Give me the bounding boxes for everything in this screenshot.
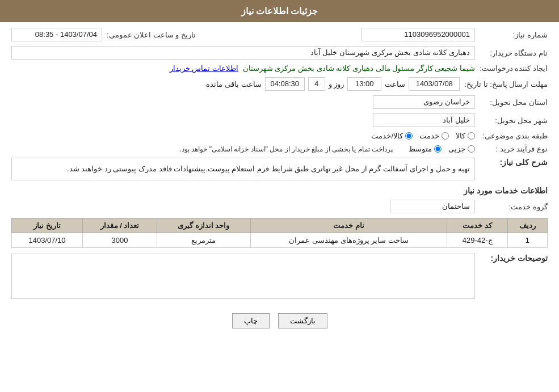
service-table: ردیف کد خدمت نام خدمت واحد اندازه گیری ت… (11, 218, 548, 248)
cell-unit: مترمربع (157, 233, 250, 248)
deadline-remaining: 04:08:30 (265, 77, 305, 91)
buyer-org-row: نام دستگاه خریدار: دهیاری کلانه شادی بخش… (11, 46, 548, 60)
cell-quantity: 3000 (83, 233, 157, 248)
col-unit: واحد اندازه گیری (157, 218, 250, 233)
creator-label: ایجاد کننده درخواست: (480, 64, 548, 73)
category-kala-label: کالا (456, 132, 465, 140)
need-number-row: شماره نیاز: 1103096952000001 تاریخ و ساع… (11, 28, 548, 41)
print-button[interactable]: چاپ (232, 313, 270, 328)
cell-row_num: 1 (507, 233, 547, 248)
description-section-label: شرح کلی نیاز: (480, 158, 548, 167)
buyer-notes-textarea[interactable] (11, 254, 475, 299)
province-value: خراسان رضوی (373, 95, 475, 109)
deadline-days-label: روز و (329, 80, 344, 88)
creator-name: شیما شجیعی کارگر مسئول مالی دهیاری کلانه… (243, 64, 475, 73)
footer-buttons: بازگشت چاپ (11, 305, 548, 337)
purchase-option-motavasset[interactable]: متوسط (409, 145, 442, 153)
service-group-row: گروه خدمت: ساختمان (11, 200, 548, 213)
category-option-both[interactable]: کالا/خدمت (371, 132, 413, 140)
deadline-days: 4 (308, 77, 325, 91)
purchase-note: پرداخت تمام یا بخشی از مبلغ خریدار از مح… (180, 145, 393, 153)
province-row: استان محل تحویل: خراسان رضوی (11, 95, 548, 109)
purchase-motavasset-label: متوسط (409, 145, 432, 153)
announce-label: تاریخ و ساعت اعلان عمومی: (107, 31, 196, 39)
category-radio-khedmat[interactable] (442, 132, 449, 140)
back-button[interactable]: بازگشت (278, 313, 327, 328)
description-text: تهیه و حمل و اجرای آسفالت گرم از محل غیر… (11, 158, 475, 180)
province-label: استان محل تحویل: (480, 98, 548, 107)
buyer-notes-label: توصیحات خریدار: (480, 254, 548, 263)
category-radio-kala[interactable] (468, 132, 475, 140)
service-group-value: ساختمان (390, 200, 475, 213)
category-radio-both[interactable] (405, 132, 413, 140)
purchase-type-row: نوع فرآیند خرید : جزیی متوسط پرداخت تمام… (11, 145, 548, 153)
deadline-time: 13:00 (347, 77, 381, 91)
creator-row: ایجاد کننده درخواست: شیما شجیعی کارگر مس… (11, 64, 548, 73)
purchase-radio-motavasset[interactable] (434, 145, 442, 153)
cell-service_name: ساخت سایر پروژه‌های مهندسی عمران (250, 233, 447, 248)
cell-service_code: ج-42-429 (447, 233, 507, 248)
category-radio-group: کالا خدمت کالا/خدمت (371, 132, 475, 140)
buyer-org-value: دهیاری کلانه شادی بخش مرکزی شهرستان خلیل… (11, 46, 475, 60)
city-row: شهر محل تحویل: خلیل آباد (11, 113, 548, 127)
page-header: جزئیات اطلاعات نیاز (0, 0, 559, 22)
deadline-date: 1403/07/08 (409, 77, 460, 91)
purchase-jozi-label: جزیی (448, 145, 465, 153)
cell-date: 1403/07/10 (12, 233, 83, 248)
page-wrapper: جزئیات اطلاعات نیاز شماره نیاز: 11030969… (0, 0, 559, 392)
city-value: خلیل آباد (373, 113, 475, 127)
category-row: طبقه بندی موضوعی: کالا خدمت کالا/خدمت (11, 132, 548, 140)
city-label: شهر محل تحویل: (480, 116, 548, 125)
deadline-time-label: ساعت (385, 80, 405, 88)
purchase-type-label: نوع فرآیند خرید : (480, 145, 548, 153)
deadline-remaining-label: ساعت باقی مانده (206, 80, 261, 88)
deadline-date-time: 1403/07/08 ساعت 13:00 روز و 4 04:08:30 س… (206, 77, 460, 91)
deadline-label: مهلت ارسال پاسخ: تا تاریخ: (464, 80, 548, 88)
category-option-kala[interactable]: کالا (456, 132, 475, 140)
deadline-row: مهلت ارسال پاسخ: تا تاریخ: 1403/07/08 سا… (11, 77, 548, 91)
category-option-khedmat[interactable]: خدمت (419, 132, 449, 140)
need-number-value: 1103096952000001 (362, 28, 475, 41)
need-number-label: شماره نیاز: (480, 31, 548, 39)
table-row: 1ج-42-429ساخت سایر پروژه‌های مهندسی عمرا… (12, 233, 548, 248)
col-row-num: ردیف (507, 218, 547, 233)
col-quantity: تعداد / مقدار (83, 218, 157, 233)
content-area: شماره نیاز: 1103096952000001 تاریخ و ساع… (0, 22, 559, 343)
creator-link[interactable]: اطلاعات تماس خریدار (170, 64, 238, 73)
description-row: شرح کلی نیاز: تهیه و حمل و اجرای آسفالت … (11, 158, 548, 180)
col-date: تاریخ نیاز (12, 218, 83, 233)
page-title: جزئیات اطلاعات نیاز (241, 6, 318, 16)
purchase-radio-group: جزیی متوسط (409, 145, 475, 153)
purchase-option-jozi[interactable]: جزیی (448, 145, 475, 153)
category-label: طبقه بندی موضوعی: (480, 132, 548, 140)
buyer-org-label: نام دستگاه خریدار: (480, 49, 548, 57)
announce-value: 1403/07/04 - 08:35 (11, 28, 102, 41)
col-service-name: نام خدمت (250, 218, 447, 233)
table-container: ردیف کد خدمت نام خدمت واحد اندازه گیری ت… (11, 218, 548, 248)
service-group-label: گروه خدمت: (480, 203, 548, 211)
services-section-label: اطلاعات خدمات مورد نیاز (11, 186, 548, 195)
purchase-radio-jozi[interactable] (468, 145, 475, 153)
col-service-code: کد خدمت (447, 218, 507, 233)
category-both-label: کالا/خدمت (371, 132, 403, 140)
buyer-notes-row: توصیحات خریدار: (11, 254, 548, 299)
category-khedmat-label: خدمت (419, 132, 439, 140)
